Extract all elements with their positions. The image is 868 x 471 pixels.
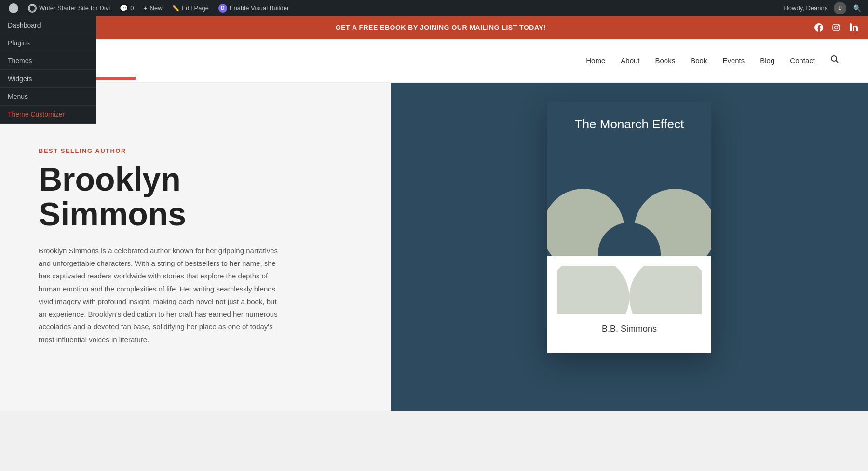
comments-button[interactable]: 💬 0 <box>115 0 138 16</box>
book-author-name: B.B. Simmons <box>557 319 702 344</box>
theme-customizer-label: Theme Customizer <box>8 111 65 118</box>
divi-letter: D <box>221 5 224 11</box>
book-bottom-shapes <box>557 266 702 314</box>
dropdown-item-widgets[interactable]: Widgets <box>0 70 96 88</box>
bubble-icon: 💬 <box>120 4 128 12</box>
wp-icon: W <box>9 3 18 13</box>
svg-text:W: W <box>12 6 15 11</box>
author-first-name: Brooklyn <box>39 161 181 197</box>
svg-point-2 <box>29 5 35 11</box>
dashboard-label: Dashboard <box>8 21 41 29</box>
nav-home[interactable]: Home <box>586 56 605 65</box>
nav-book[interactable]: Book <box>691 56 707 65</box>
edit-icon: ✏️ <box>172 5 179 12</box>
author-last-name: Simmons <box>39 195 186 232</box>
linkedin-icon[interactable] <box>849 23 858 32</box>
dropdown-item-themes[interactable]: Themes <box>0 52 96 70</box>
plugins-label: Plugins <box>8 39 30 47</box>
bottom-shape-right <box>629 266 702 314</box>
bottom-shape-left <box>557 266 629 314</box>
themes-label: Themes <box>8 57 32 65</box>
enable-builder-button[interactable]: D Enable Visual Builder <box>214 0 294 16</box>
subtitle-label: BEST SELLING AUTHOR <box>39 147 352 154</box>
new-label: New <box>150 4 163 12</box>
book-title: The Monarch Effect <box>575 116 684 133</box>
social-icons <box>814 23 858 32</box>
avatar-initial: D <box>838 5 841 11</box>
howdy-text: Howdy, Deanna <box>784 4 830 12</box>
hero-section: BEST SELLING AUTHOR Brooklyn Simmons Bro… <box>0 83 868 411</box>
svg-point-5 <box>838 25 839 26</box>
dropdown-item-theme-customizer[interactable]: Theme Customizer <box>0 106 96 124</box>
menus-label: Menus <box>8 93 28 100</box>
author-bio: Brooklyn Simmons is a celebrated author … <box>39 245 280 346</box>
svg-point-6 <box>831 56 837 61</box>
site-nav: Home About Books Book Events Blog Contac… <box>586 55 839 66</box>
book-bottom: B.B. Simmons <box>547 256 711 353</box>
svg-line-7 <box>836 61 839 63</box>
hero-left: BEST SELLING AUTHOR Brooklyn Simmons Bro… <box>0 83 391 411</box>
book-cover-shapes <box>547 160 711 256</box>
site-icon <box>28 4 37 13</box>
top-banner: GET A FREE EBOOK BY JOINING OUR MAILING … <box>0 16 868 39</box>
instagram-icon[interactable] <box>831 23 841 32</box>
admin-bar-right: Howdy, Deanna D 🔍 <box>784 2 864 14</box>
widgets-label: Widgets <box>8 75 32 83</box>
dropdown-menu: Dashboard Plugins Themes Widgets Menus T… <box>0 16 96 124</box>
dropdown-item-dashboard[interactable]: Dashboard <box>0 16 96 34</box>
book-card: The Monarch Effect B.B. Simmons <box>547 102 711 353</box>
nav-search-icon[interactable] <box>830 55 839 66</box>
wp-logo-button[interactable]: W <box>4 0 23 16</box>
author-name: Brooklyn Simmons <box>39 162 352 231</box>
book-cover: The Monarch Effect <box>547 102 711 256</box>
enable-builder-label: Enable Visual Builder <box>230 4 289 12</box>
site-name-button[interactable]: Writer Starter Site for Divi <box>23 0 115 16</box>
nav-events[interactable]: Events <box>722 56 745 65</box>
edit-page-label: Edit Page <box>182 4 209 12</box>
hero-right: The Monarch Effect B.B. Simmons <box>391 83 868 411</box>
edit-page-button[interactable]: ✏️ Edit Page <box>167 0 214 16</box>
nav-blog[interactable]: Blog <box>760 56 774 65</box>
banner-text: GET A FREE EBOOK BY JOINING OUR MAILING … <box>68 24 814 31</box>
nav-about[interactable]: About <box>621 56 639 65</box>
search-icon[interactable]: 🔍 <box>850 4 864 12</box>
site-name-label: Writer Starter Site for Divi <box>39 4 110 12</box>
admin-bar: W Writer Starter Site for Divi 💬 0 + New… <box>0 0 868 16</box>
dropdown-item-plugins[interactable]: Plugins <box>0 34 96 52</box>
nav-contact[interactable]: Contact <box>790 56 815 65</box>
svg-point-4 <box>835 26 838 29</box>
nav-books[interactable]: Books <box>655 56 676 65</box>
new-button[interactable]: + New <box>138 0 167 16</box>
divi-icon: D <box>218 4 227 13</box>
plus-icon: + <box>143 4 147 12</box>
facebook-icon[interactable] <box>814 23 824 32</box>
dropdown-item-menus[interactable]: Menus <box>0 88 96 106</box>
comments-count: 0 <box>130 4 134 12</box>
admin-bar-left: W Writer Starter Site for Divi 💬 0 + New… <box>4 0 294 16</box>
avatar[interactable]: D <box>834 2 846 14</box>
